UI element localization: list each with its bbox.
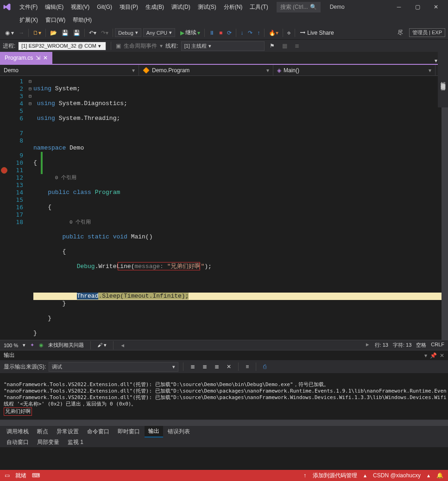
keyboard-icon: ⌨ [32, 472, 40, 479]
thread-flag-button[interactable]: ⚑ [267, 41, 277, 50]
toolbox-button[interactable]: ⎆ [285, 28, 293, 37]
stop-button[interactable]: ■ [217, 28, 225, 37]
nav-method[interactable]: ◈Main()▾ [273, 65, 435, 75]
menu-window[interactable]: 窗口(W) [42, 14, 69, 26]
nav-class[interactable]: 🔶Demo.Program▾ [139, 65, 273, 75]
menu-bar-2: 扩展(X) 窗口(W) 帮助(H) [0, 14, 448, 26]
step-out-button[interactable]: ↑ [255, 28, 262, 37]
minimize-button[interactable]: ─ [390, 0, 408, 14]
process-label: 进程: [3, 42, 15, 50]
notifications-icon[interactable]: 🔔 [436, 472, 443, 479]
annotation-box [118, 262, 200, 270]
output-hscroll[interactable] [0, 419, 448, 426]
codelens-refs[interactable]: 0 个引用 [69, 219, 91, 225]
output-text[interactable]: "nanoFramework.Tools.VS2022.Extension.dl… [0, 373, 448, 419]
auto-tabs: 自动窗口 局部变量 监视 1 [0, 437, 448, 447]
thread-stack-button[interactable]: ≣ [292, 41, 302, 50]
thread-label: 线程: [165, 42, 178, 50]
process-combo[interactable]: [1] ESP32_WROOM_32 @ COM ▾ [18, 42, 106, 50]
search-icon: 🔍 [310, 4, 317, 10]
status-ready: 就绪 [15, 472, 26, 480]
tab-callstack[interactable]: 调用堆栈 [3, 426, 32, 437]
menu-edit[interactable]: 编辑(E) [41, 1, 67, 13]
tab-label: Program.cs [5, 55, 33, 61]
menu-test[interactable]: 测试(S) [194, 1, 220, 13]
tab-errors[interactable]: 错误列表 [164, 426, 194, 437]
save-button[interactable]: 💾 [59, 28, 71, 37]
feedback-button[interactable]: 尽 [395, 27, 405, 38]
config-combo[interactable]: Debug ▾ [115, 28, 141, 37]
menu-file[interactable]: 文件(F) [16, 1, 41, 13]
bottom-tabs: 调用堆栈 断点 异常设置 命令窗口 即时窗口 输出 错误列表 [0, 426, 448, 437]
line-numbers: 1234 56 7 8 910 11121314 15161718 [8, 76, 27, 340]
title-bar: 文件(F) 编辑(E) 视图(V) Git(G) 项目(P) 生成(B) 调试(… [0, 0, 448, 14]
close-button[interactable]: ✕ [427, 0, 445, 14]
solution-explorer-dock[interactable]: 解决方案资源管理器 [438, 52, 448, 107]
maximize-button[interactable]: ▢ [408, 0, 427, 14]
tab-output[interactable]: 输出 [145, 426, 163, 437]
menu-analyze[interactable]: 分析(N) [220, 1, 246, 13]
breakpoint-icon[interactable] [1, 167, 7, 174]
breakpoint-margin[interactable] [0, 76, 8, 340]
watermark: CSDN @xiaohucxy [373, 472, 421, 479]
tab-cmd[interactable]: 命令窗口 [83, 426, 113, 437]
close-tab-icon[interactable]: ✕ [43, 55, 48, 61]
tab-exception[interactable]: 异常设置 [53, 426, 82, 437]
hot-reload-button[interactable]: 🔥▾ [266, 28, 281, 37]
main-toolbar: ◉ ▾ → 🗋▾ 📂 💾 💾 ↶▾ ↷▾ Debug ▾ Any CPU ▾ ▶… [0, 26, 448, 40]
menu-git[interactable]: Git(G) [93, 2, 116, 12]
tab-watch[interactable]: 监视 1 [64, 437, 87, 448]
source-control-button[interactable]: 添加到源代码管理 [313, 472, 357, 480]
menu-view[interactable]: 视图(V) [67, 1, 93, 13]
menu-ext[interactable]: 扩展(X) [16, 14, 42, 26]
nav-back-button[interactable]: ◉ ▾ [3, 28, 16, 37]
continue-button[interactable]: ▶ 继续 ▾ [178, 27, 202, 38]
pin-icon[interactable]: ⇲ [36, 55, 40, 61]
debug-location-bar: 进程: [1] ESP32_WROOM_32 @ COM ▾ ▣ 生命周期事件▾… [0, 40, 448, 52]
solution-title: Demo [330, 4, 345, 10]
vs-logo-icon [3, 3, 11, 11]
current-line: Thread.Sleep(Timeout.Infinite); [33, 293, 442, 300]
step-into-button[interactable]: ↓ [238, 28, 246, 37]
liveshare-button[interactable]: 🠖 Live Share [297, 29, 336, 37]
codelens-refs[interactable]: 0 个引用 [55, 175, 76, 181]
open-button[interactable]: 📂 [48, 28, 59, 37]
editor-scrollbar[interactable] [442, 76, 448, 340]
search-input[interactable]: 搜索 (Ctrl... 🔍 [277, 2, 321, 12]
tab-breakpoints[interactable]: 断点 [33, 426, 52, 437]
zoom-combo[interactable]: 100 % [4, 343, 18, 348]
menu-project[interactable]: 项目(P) [116, 1, 142, 13]
fold-margin[interactable]: ⊟ ⊟⊟ ⊟ [27, 76, 33, 340]
menu-tools[interactable]: 工具(T) [246, 1, 271, 13]
tab-program-cs[interactable]: Program.cs ⇲ ✕ [0, 52, 52, 64]
status-mode-icon: ▭ [5, 472, 10, 479]
pause-button[interactable]: ⏸ [207, 28, 217, 37]
menu-debug[interactable]: 调试(D) [168, 1, 194, 13]
code-editor[interactable]: 1234 56 7 8 910 11121314 15161718 ⊟ ⊟⊟ ⊟… [0, 76, 448, 340]
menu-help[interactable]: 帮助(H) [69, 14, 95, 26]
thread-frame-button[interactable]: ▦ [280, 41, 290, 50]
menu-build[interactable]: 生成(B) [142, 1, 168, 13]
platform-combo[interactable]: Any CPU ▾ [143, 28, 175, 37]
code-area[interactable]: using System; using System.Diagnostics; … [33, 76, 442, 340]
undo-button[interactable]: ↶▾ [87, 28, 99, 37]
tab-immediate[interactable]: 即时窗口 [114, 426, 144, 437]
output-highlight: 兄弟们好啊 [4, 407, 32, 416]
redo-button[interactable]: ↷▾ [99, 28, 111, 37]
save-all-button[interactable]: 💾 [71, 28, 82, 37]
output-title: 输出 [4, 351, 15, 359]
restart-button[interactable]: ⟳ [225, 28, 234, 37]
lifecycle-label[interactable]: 生命周期事件 [124, 42, 157, 50]
nav-project[interactable]: Demo▾ [0, 65, 139, 75]
tab-autos[interactable]: 自动窗口 [3, 437, 32, 448]
tab-locals[interactable]: 局部变量 [33, 437, 63, 448]
search-placeholder: 搜索 (Ctrl... [280, 3, 308, 11]
tab-dropdown-icon[interactable]: ▾ [435, 57, 437, 64]
status-bar: ▭ 就绪 ⌨ ↑ 添加到源代码管理▴ CSDN @xiaohucxy ▴ 🔔 [0, 470, 448, 481]
thread-combo[interactable]: [1] 主线程 ▾ [181, 41, 265, 51]
nav-fwd-button[interactable]: → [16, 28, 26, 37]
nav-bar: Demo▾ 🔶Demo.Program▾ ◈Main()▾ ✚ [0, 65, 448, 76]
admin-badge: 管理员 | EXP [409, 28, 445, 37]
new-button[interactable]: 🗋▾ [31, 28, 44, 37]
step-over-button[interactable]: ↷ [246, 28, 255, 37]
